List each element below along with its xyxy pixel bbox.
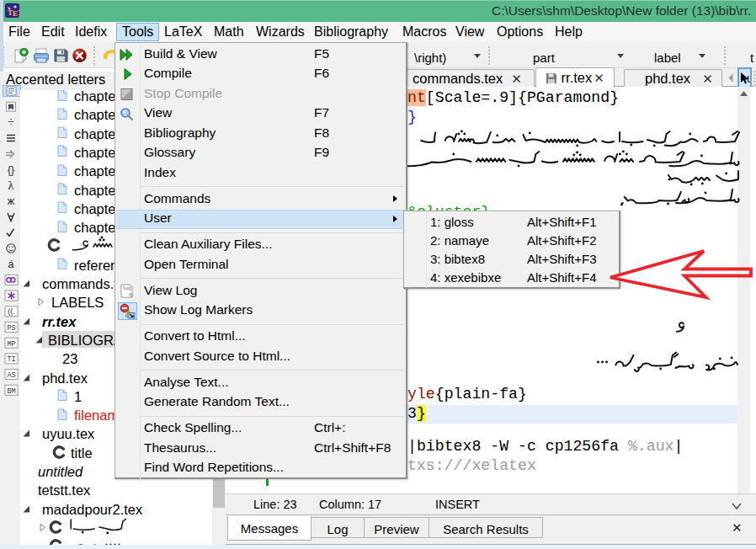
svg-text:BM: BM [7, 387, 15, 396]
svg-text:PS: PS [7, 324, 15, 333]
svg-text:ж: ж [8, 195, 15, 207]
svg-text:u: u [747, 72, 750, 85]
svg-text:{}: {} [8, 164, 14, 176]
svg-text:á: á [8, 259, 14, 270]
svg-text:AS: AS [7, 371, 15, 380]
svg-text:TEX: TEX [8, 8, 19, 19]
svg-text:λ: λ [8, 179, 14, 192]
svg-text:MP: MP [7, 340, 15, 349]
svg-text:TI: TI [7, 355, 15, 364]
svg-text:log: log [123, 285, 131, 291]
svg-text:÷: ÷ [8, 116, 14, 129]
svg-text:((.: ((. [8, 307, 15, 316]
